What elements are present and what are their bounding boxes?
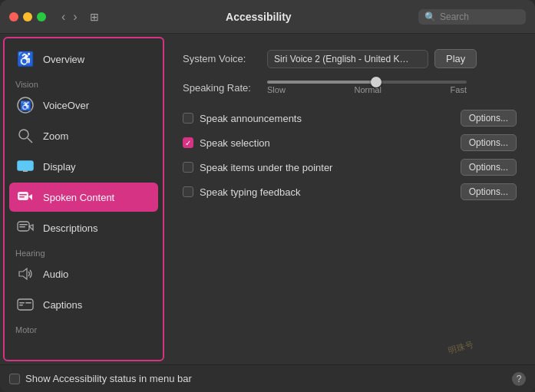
svg-rect-11 <box>19 224 28 226</box>
main-window: ‹ › ⊞ Accessibility 🔍 ♿ Overview Vision <box>0 0 535 392</box>
speak-pointer-label: Speak items under the pointer <box>200 162 332 173</box>
svg-marker-13 <box>29 225 33 230</box>
traffic-lights <box>9 12 46 21</box>
checkbox-row-typing: Speak typing feedback Options... <box>183 183 517 200</box>
speak-pointer-checkbox[interactable] <box>183 162 193 173</box>
sidebar-item-label-overview: Overview <box>43 54 84 65</box>
sidebar-section-hearing: Hearing <box>9 244 158 259</box>
speak-pointer-options-button[interactable]: Options... <box>461 159 517 176</box>
sidebar-item-descriptions[interactable]: Descriptions <box>9 213 158 242</box>
voice-select-wrapper: Siri Voice 2 (English - United K… Play <box>267 49 517 68</box>
sidebar-item-voiceover[interactable]: ♿ VoiceOver <box>9 91 158 120</box>
bottom-bar: Show Accessibility status in menu bar ? <box>0 364 535 392</box>
search-input[interactable] <box>440 12 517 22</box>
svg-rect-5 <box>23 170 28 172</box>
sidebar-item-label-display: Display <box>43 161 76 173</box>
sidebar-item-display[interactable]: Display <box>9 152 158 181</box>
back-button[interactable]: ‹ <box>58 8 68 25</box>
checkbox-row-announcements: Speak announcements Options... <box>183 110 517 127</box>
sidebar-item-overview[interactable]: ♿ Overview <box>9 44 158 74</box>
svg-rect-6 <box>18 192 28 200</box>
system-voice-select[interactable]: Siri Voice 2 (English - United K… <box>267 50 428 68</box>
svg-rect-18 <box>25 302 31 304</box>
speaking-rate-label: Speaking Rate: <box>183 82 259 94</box>
sidebar-item-label-descriptions: Descriptions <box>43 222 98 234</box>
sidebar-item-label-voiceover: VoiceOver <box>43 100 89 111</box>
svg-rect-7 <box>19 194 27 196</box>
grid-icon[interactable]: ⊞ <box>90 11 99 23</box>
sidebar-item-label-audio: Audio <box>43 268 68 280</box>
svg-marker-9 <box>28 194 32 200</box>
speak-selection-options-button[interactable]: Options... <box>461 134 517 151</box>
sidebar-item-zoom[interactable]: Zoom <box>9 121 158 150</box>
rate-normal-label: Normal <box>354 85 381 94</box>
sidebar-item-label-captions: Captions <box>43 299 82 311</box>
zoom-icon <box>15 126 35 146</box>
svg-point-2 <box>19 130 28 139</box>
sidebar-item-audio[interactable]: Audio <box>9 259 158 288</box>
speak-announcements-options-button[interactable]: Options... <box>461 110 517 127</box>
checkbox-left-pointer: Speak items under the pointer <box>183 162 332 173</box>
rate-slow-label: Slow <box>267 85 286 94</box>
system-voice-label: System Voice: <box>183 53 259 64</box>
svg-text:♿: ♿ <box>20 100 31 111</box>
rate-slider-container: Slow Normal Fast <box>267 81 467 94</box>
speaking-rate-slider[interactable] <box>267 81 467 84</box>
speak-announcements-label: Speak announcements <box>200 113 302 124</box>
sidebar-item-label-spoken-content: Spoken Content <box>43 192 114 203</box>
main-content: ♿ Overview Vision ♿ VoiceOver <box>0 34 535 364</box>
rate-fast-label: Fast <box>451 85 467 94</box>
speak-selection-checkbox[interactable] <box>183 137 193 148</box>
menu-bar-status-label: Show Accessibility status in menu bar <box>25 373 192 384</box>
close-button[interactable] <box>9 12 18 21</box>
svg-line-3 <box>28 138 32 143</box>
display-icon <box>15 156 35 176</box>
voiceover-icon: ♿ <box>15 95 35 115</box>
nav-buttons: ‹ › <box>58 8 81 25</box>
sidebar-item-label-zoom: Zoom <box>43 130 68 142</box>
forward-button[interactable]: › <box>70 8 80 25</box>
sidebar-section-vision: Vision <box>9 75 158 91</box>
search-bar[interactable]: 🔍 <box>418 9 526 25</box>
slider-labels: Slow Normal Fast <box>267 85 467 94</box>
menu-bar-status-checkbox[interactable] <box>9 374 20 384</box>
minimize-button[interactable] <box>23 12 32 21</box>
maximize-button[interactable] <box>37 12 46 21</box>
svg-rect-12 <box>19 226 25 228</box>
checkbox-left-selection: Speak selection <box>183 137 270 149</box>
spoken-content-icon <box>15 187 35 207</box>
speak-typing-options-button[interactable]: Options... <box>461 183 517 200</box>
window-title: Accessibility <box>105 11 412 23</box>
svg-rect-16 <box>19 302 25 304</box>
speak-typing-checkbox[interactable] <box>183 186 193 197</box>
descriptions-icon <box>15 218 35 238</box>
speaking-rate-row: Speaking Rate: Slow Normal Fast <box>183 81 517 94</box>
svg-rect-17 <box>19 305 23 306</box>
speak-selection-label: Speak selection <box>200 137 270 149</box>
help-button[interactable]: ? <box>512 372 526 386</box>
system-voice-row: System Voice: Siri Voice 2 (English - Un… <box>183 49 517 68</box>
svg-rect-4 <box>18 161 33 170</box>
search-icon: 🔍 <box>424 12 436 22</box>
captions-icon <box>15 295 35 315</box>
checkbox-left-typing: Speak typing feedback <box>183 186 301 198</box>
play-button[interactable]: Play <box>434 49 477 68</box>
svg-marker-14 <box>19 268 27 279</box>
sidebar-item-captions[interactable]: Captions <box>9 290 158 319</box>
checkbox-row-selection: Speak selection Options... <box>183 134 517 151</box>
speak-announcements-checkbox[interactable] <box>183 113 193 124</box>
audio-icon <box>15 264 35 284</box>
checkbox-section: Speak announcements Options... Speak sel… <box>183 110 517 200</box>
sidebar-section-motor: Motor <box>9 321 158 336</box>
detail-panel: System Voice: Siri Voice 2 (English - Un… <box>164 34 535 364</box>
bottom-checkbox-row: Show Accessibility status in menu bar <box>9 373 192 384</box>
overview-icon: ♿ <box>15 49 35 69</box>
sidebar-item-spoken-content[interactable]: Spoken Content <box>9 183 158 212</box>
checkbox-left-announcements: Speak announcements <box>183 113 302 124</box>
svg-rect-8 <box>19 196 25 198</box>
speak-typing-label: Speak typing feedback <box>200 186 301 198</box>
titlebar: ‹ › ⊞ Accessibility 🔍 <box>0 0 535 34</box>
sidebar: ♿ Overview Vision ♿ VoiceOver <box>3 37 164 361</box>
checkbox-row-pointer: Speak items under the pointer Options... <box>183 159 517 176</box>
